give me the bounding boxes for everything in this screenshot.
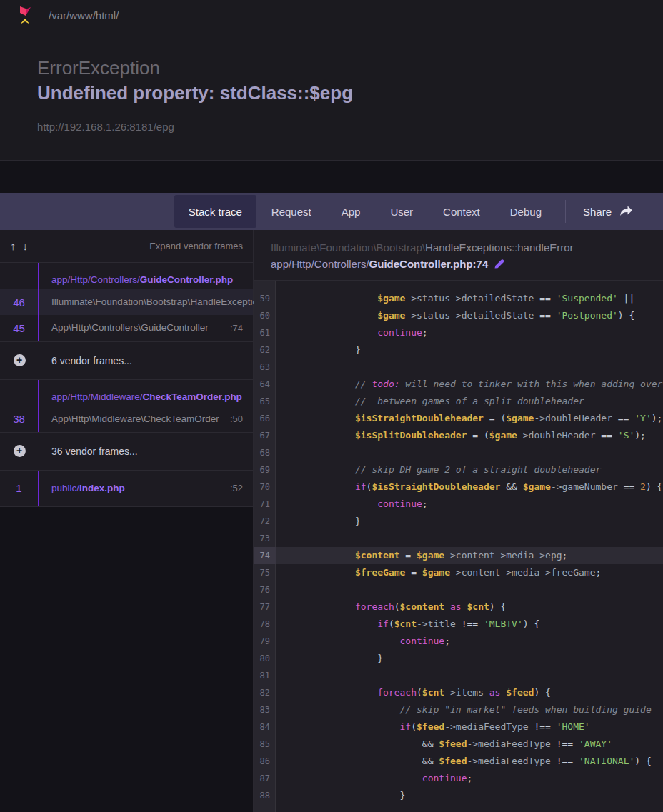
share-button[interactable]: Share	[574, 193, 642, 230]
code-line: 86 && $feed->mediaFeedType !== 'NATIONAL…	[254, 753, 663, 770]
code-token	[288, 293, 377, 304]
code-token: // skip "in market" feeds when building …	[400, 704, 652, 715]
frame-class-name: GuideController	[141, 322, 209, 333]
tab-app[interactable]: App	[326, 193, 376, 230]
code-line-text: // skip DH game 2 of a straight doublehe…	[276, 461, 663, 478]
code-token: $content	[400, 601, 445, 612]
tab-stack-trace[interactable]: Stack trace	[174, 195, 256, 228]
line-number: 80	[254, 650, 276, 667]
code-token	[288, 413, 355, 423]
project-path: /var/www/html/	[49, 9, 119, 21]
tab-bar: Stack traceRequestAppUserContextDebug Sh…	[0, 193, 663, 230]
frame-row-content: App\Http\Middleware\CheckTeamOrder:50	[39, 406, 253, 432]
tab-context[interactable]: Context	[428, 193, 495, 230]
code-token: ) {	[618, 310, 634, 321]
edit-in-editor-icon[interactable]	[494, 259, 504, 269]
frame-row[interactable]: 38App\Http\Middleware\CheckTeamOrder:50	[0, 406, 253, 432]
code-token: ->content->media->epg	[444, 550, 562, 561]
code-token: ) {	[523, 618, 539, 629]
code-token: $feed	[506, 687, 534, 698]
code-token: ==	[618, 413, 634, 423]
prev-frame-button[interactable]: ↑	[10, 240, 16, 253]
code-token: ;	[444, 636, 450, 646]
code-token: 2	[640, 481, 646, 492]
line-number: 62	[254, 341, 276, 359]
code-line: 61 continue;	[254, 324, 663, 341]
code-token: ==	[624, 481, 640, 492]
code-token: $cnt	[394, 618, 417, 629]
code-token: 'Y'	[634, 413, 651, 423]
frame-row[interactable]: 1public/index.php:52	[0, 471, 253, 506]
vendor-expand-cell: +	[0, 433, 39, 470]
code-token: ->mediaFeedType	[444, 721, 534, 732]
tab-user[interactable]: User	[375, 193, 428, 230]
code-token: $content	[355, 550, 400, 561]
plus-circle-icon: +	[14, 445, 26, 457]
code-line-text: continue;	[276, 770, 663, 787]
code-token: ->content->media->freeGame	[450, 567, 596, 578]
frame-class: App\Http\Middleware\CheckTeamOrder	[51, 412, 224, 426]
frame-row[interactable]: 45App\Http\Controllers\GuideController:7…	[0, 315, 253, 341]
vendor-frames-row[interactable]: +6 vendor frames...	[0, 342, 253, 379]
frame-group-path-text: app/Http/Controllers/GuideController.php	[51, 273, 233, 286]
code-token	[288, 618, 377, 629]
frame-nav: ↑ ↓	[10, 240, 28, 253]
code-token	[288, 704, 400, 715]
code-token: as	[444, 601, 467, 612]
line-number: 70	[254, 478, 276, 496]
line-number: 77	[254, 598, 276, 616]
code-token: $freeGame	[355, 567, 405, 578]
code-token: 'Postponed'	[557, 310, 618, 321]
code-line-text: }	[276, 787, 663, 804]
code-token: !==	[557, 738, 579, 749]
code-token: 'AWAY'	[579, 738, 612, 749]
next-frame-button[interactable]: ↓	[22, 240, 28, 253]
code-line: 87 continue;	[254, 770, 663, 787]
line-number: 67	[254, 427, 276, 444]
tab-debug[interactable]: Debug	[495, 193, 557, 230]
code-token: ->mediaFeedType	[467, 756, 556, 766]
code-token	[288, 310, 377, 321]
frame-line-number: :74	[230, 323, 243, 334]
expand-vendor-frames-button[interactable]: Expand vendor frames	[149, 241, 243, 251]
sidebar-header: ↑ ↓ Expand vendor frames	[0, 230, 253, 263]
frame-group: app/Http/Middleware/CheckTeamOrder.php38…	[0, 380, 253, 433]
code-line-text: }	[276, 513, 663, 530]
code-token: }	[400, 790, 406, 801]
frame-namespace: Illuminate\Foundation\Bootstrap\	[271, 241, 425, 254]
code-token: ;	[422, 498, 428, 509]
line-number: 82	[254, 684, 276, 701]
line-number: 65	[254, 393, 276, 410]
line-number: 73	[254, 530, 276, 547]
frame-row-content: public/index.php:52	[39, 471, 253, 506]
code-token	[288, 327, 377, 338]
frame-class-name: CheckTeamOrder	[144, 413, 219, 424]
code-line-text	[276, 667, 663, 684]
tab-request[interactable]: Request	[256, 193, 326, 230]
frame-class-prefix: Illuminate\Foundation\Bootstrap\	[51, 296, 190, 307]
frame-group-path-text: app/Http/Middleware/CheckTeamOrder.php	[51, 390, 242, 403]
frame-row[interactable]: 46Illuminate\Foundation\Bootstrap\Handle…	[0, 289, 253, 315]
code-token: ) {	[646, 481, 662, 492]
code-token: !==	[462, 618, 484, 629]
code-token: }	[355, 516, 361, 526]
code-token	[288, 344, 355, 355]
code-token: $cnt	[467, 601, 489, 612]
code-line: 88 }	[254, 787, 663, 804]
vendor-frames-row[interactable]: +36 vendor frames...	[0, 433, 253, 470]
code-line: 68	[254, 444, 663, 461]
code-token: ->title	[417, 618, 462, 629]
tab-divider	[565, 200, 566, 223]
file-name: GuideController.php	[369, 256, 473, 272]
code-token: 'S'	[618, 430, 634, 441]
code-token: }	[355, 344, 361, 355]
stack-trace-sidebar: ↑ ↓ Expand vendor frames app/Http/Contro…	[0, 230, 254, 812]
line-number: 66	[254, 410, 276, 427]
code-line: 65 // between games of a split doublehea…	[254, 393, 663, 410]
line-number: 85	[254, 736, 276, 753]
vendor-frames-label: 6 vendor frames...	[51, 355, 132, 366]
code-line: 63	[254, 359, 663, 376]
line-number: 72	[254, 513, 276, 530]
code-token: ==	[539, 293, 556, 304]
code-line-text: $freeGame = $game->content->media->freeG…	[276, 564, 663, 581]
